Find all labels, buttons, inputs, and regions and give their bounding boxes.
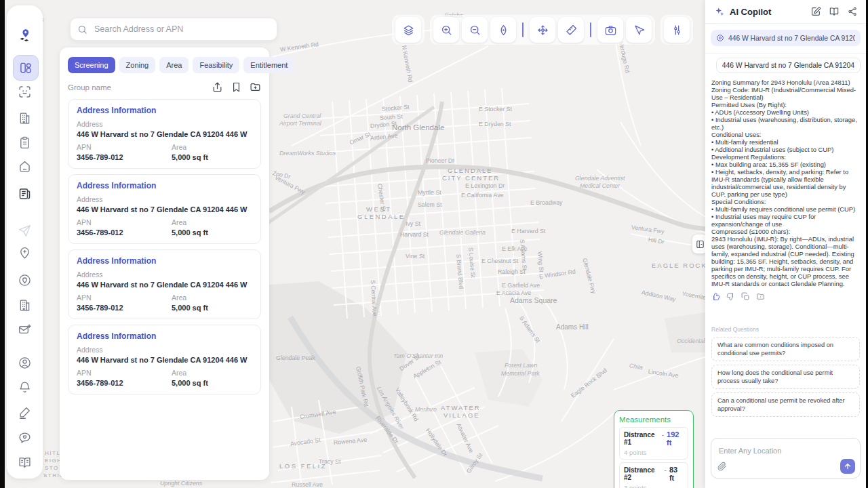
- folder-add-button[interactable]: [250, 81, 261, 93]
- screenshot-button[interactable]: [597, 17, 623, 43]
- map-label: Glendale Adventist: [575, 175, 625, 182]
- thumbs-up-icon[interactable]: [711, 292, 720, 301]
- copilot-header: AI Copilot: [705, 0, 866, 24]
- export-button[interactable]: [212, 81, 223, 93]
- address-card[interactable]: Address Information Address 446 W Harvar…: [68, 249, 261, 319]
- apn-value: 3456-789-012: [77, 228, 172, 237]
- sidebar-item-screening[interactable]: [13, 55, 39, 81]
- map-label: Ivy St: [406, 220, 420, 227]
- address-value: 446 W Harvard st no 7 Glendale CA 91204 …: [77, 281, 252, 289]
- sidebar-item-buildings[interactable]: [16, 110, 33, 127]
- map-label: Pioneer Dr: [426, 157, 454, 164]
- map-label: Russell Ave: [292, 481, 323, 488]
- card-title: Address Information: [77, 106, 252, 115]
- sidebar-item-news[interactable]: [16, 185, 33, 202]
- pin-add-icon: [18, 245, 32, 260]
- map-label: E Harvard St: [511, 228, 545, 235]
- sidebar-item-favorites[interactable]: [16, 430, 33, 447]
- thumbs-down-icon[interactable]: [726, 292, 735, 301]
- map-tools-toolbar: [430, 15, 655, 45]
- map-label: Myrtle St: [418, 189, 441, 196]
- sidebar-item-user[interactable]: [16, 354, 33, 371]
- measurement-value: 192 ft: [667, 430, 684, 447]
- apn-value: 3456-789-012: [77, 304, 172, 312]
- address-card[interactable]: Address Information Address 446 W Harvar…: [68, 325, 261, 394]
- related-question[interactable]: What are common conditions imposed on co…: [711, 337, 860, 361]
- face-scan-icon: [18, 85, 32, 99]
- measure-tool-button[interactable]: [558, 17, 584, 43]
- map-label: Morihiro: [415, 406, 437, 413]
- card-title: Address Information: [77, 256, 252, 266]
- area-value: 5,000 sq ft: [172, 153, 208, 161]
- sliders-icon: [671, 24, 684, 37]
- location-input[interactable]: [717, 446, 857, 455]
- tab-feasibility[interactable]: Feasibility: [193, 57, 239, 73]
- zoom-in-button[interactable]: [433, 17, 459, 43]
- sidebar-item-edit[interactable]: [16, 404, 33, 421]
- map-label: Salem St: [418, 201, 442, 208]
- mail-add-icon: [18, 323, 32, 337]
- move-icon: [536, 24, 549, 37]
- left-panel: Screening Zoning Area Feasibility Entitl…: [60, 47, 269, 480]
- zoom-out-button[interactable]: [462, 17, 488, 43]
- book-icon[interactable]: [829, 6, 840, 17]
- map-label: Glendale Galleria: [439, 229, 486, 236]
- group-name-label: Group name: [68, 83, 204, 92]
- sidebar-item-library[interactable]: [16, 454, 33, 471]
- vertex-tool-button[interactable]: [490, 17, 516, 43]
- map-label: GLENDALE: [357, 213, 406, 220]
- map-label: E Acacia Ave: [496, 289, 531, 296]
- share-icon[interactable]: [847, 6, 858, 17]
- edit-icon[interactable]: [810, 6, 821, 17]
- sidebar-item-send[interactable]: [16, 222, 33, 239]
- paperclip-icon[interactable]: [717, 462, 727, 471]
- bookmark-button[interactable]: [231, 81, 242, 93]
- map-label: EAGLE ROCK: [652, 262, 707, 269]
- copy-icon[interactable]: [741, 292, 750, 301]
- map-label: E Lexington Dr: [465, 182, 505, 189]
- map-label: GLENDALE: [448, 167, 493, 174]
- sidebar-item-pin-add[interactable]: [16, 244, 33, 261]
- app-window: hili JohnsW Kenneth RdN Kenneth RdStocke…: [0, 0, 868, 488]
- layers-toolbar: [392, 15, 425, 45]
- map-label: E Chestnut St: [481, 258, 518, 264]
- tab-area[interactable]: Area: [159, 57, 189, 73]
- sidebar-item-clipboard[interactable]: [16, 134, 33, 151]
- measurement-points: 4 points: [624, 449, 684, 456]
- zoom-in-icon: [440, 24, 453, 37]
- sidebar-item-pin-circle[interactable]: [16, 272, 33, 289]
- tab-zoning[interactable]: Zoning: [119, 57, 156, 73]
- sidebar-item-notifications[interactable]: [16, 379, 33, 396]
- sidebar-item-mail-add[interactable]: [16, 321, 33, 338]
- sidebar-item-building[interactable]: [16, 297, 33, 314]
- map-label: Glendale Peak: [276, 354, 315, 361]
- location-chip[interactable]: 446 W Harvard st no 7 Glendale CA 91204: [711, 30, 861, 46]
- heart-chat-icon: [18, 431, 32, 445]
- app-logo[interactable]: [16, 27, 33, 44]
- ai-copilot-panel: AI Copilot 446 W Harvard st no 7 Glendal…: [705, 0, 866, 488]
- move-tool-button[interactable]: [530, 17, 555, 43]
- cursor-icon: [633, 24, 646, 37]
- map-label: North Glendale: [392, 123, 444, 131]
- tab-entitlement[interactable]: Entitlement: [243, 57, 294, 73]
- select-tool-button[interactable]: [626, 17, 652, 43]
- map-label: Forest Lawn: [505, 362, 537, 369]
- map-label: E Stocker St: [479, 106, 512, 113]
- address-card[interactable]: Address Information Address 446 W Harvar…: [68, 174, 261, 244]
- sidebar-item-home[interactable]: [16, 158, 33, 175]
- related-question[interactable]: How long does the conditional use permit…: [711, 365, 860, 389]
- layers-button[interactable]: [395, 17, 421, 43]
- card-title: Address Information: [77, 181, 252, 190]
- save-icon[interactable]: [756, 292, 765, 301]
- measurements-title: Measurements: [619, 415, 688, 424]
- tab-screening[interactable]: Screening: [68, 57, 115, 73]
- user-icon: [18, 356, 32, 370]
- address-card[interactable]: Address Information Address 446 W Harvar…: [68, 99, 261, 169]
- send-button[interactable]: [840, 459, 855, 474]
- filters-button[interactable]: [664, 17, 690, 43]
- related-question[interactable]: Can a conditional use permit be revoked …: [711, 392, 860, 417]
- search-input[interactable]: [93, 24, 270, 35]
- building-icon: [18, 298, 32, 312]
- sidebar-item-face-scan[interactable]: [16, 83, 33, 100]
- map-label: VILLAGE: [443, 411, 480, 419]
